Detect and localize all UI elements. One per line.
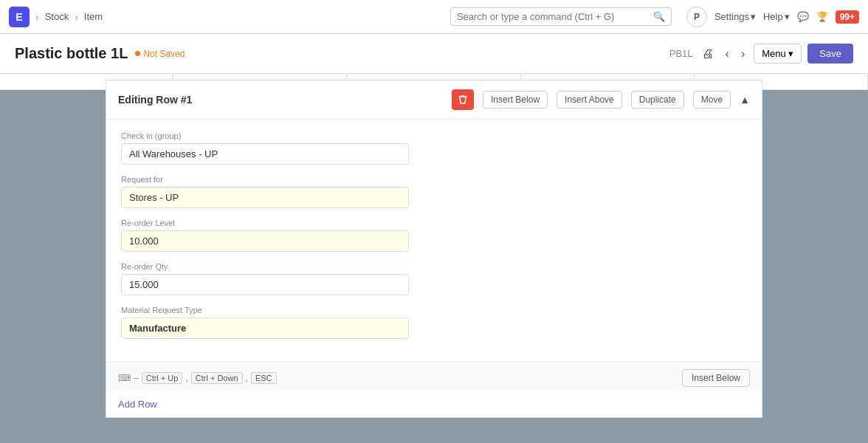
reorder-qty-input[interactable] <box>121 274 409 295</box>
reorder-level-field-group: Re-order Level <box>121 219 747 252</box>
doc-id: PB1L <box>669 48 693 59</box>
menu-button[interactable]: Menu ▾ <box>754 44 802 63</box>
delete-row-button[interactable] <box>452 89 474 110</box>
request-for-input[interactable] <box>121 187 409 208</box>
reorder-qty-field-group: Re-order Qty <box>121 262 747 295</box>
trophy-button[interactable]: 🏆 <box>816 11 828 22</box>
prev-button[interactable]: ‹ <box>723 44 732 63</box>
reorder-level-input[interactable] <box>121 230 409 252</box>
request-for-field-group: Request for <box>121 175 747 208</box>
next-button[interactable]: › <box>738 44 748 63</box>
help-button[interactable]: Help ▾ <box>763 11 790 22</box>
editing-panel: Editing Row #1 Insert Below Insert Above… <box>106 80 762 395</box>
search-icon: 🔍 <box>653 11 665 22</box>
reorder-qty-label: Re-order Qty <box>121 262 747 271</box>
material-type-field-group: Material Request Type <box>121 306 747 339</box>
page-header: Plastic bottle 1L Not Saved PB1L 🖨 ‹ › M… <box>0 34 868 74</box>
breadcrumb-item[interactable]: Item <box>84 11 103 22</box>
search-input[interactable] <box>457 11 653 22</box>
page-title: Plastic bottle 1L <box>15 45 128 62</box>
profile-avatar[interactable]: P <box>686 7 707 27</box>
status-text: Not Saved <box>143 49 185 59</box>
insert-above-button[interactable]: Insert Above <box>557 91 622 109</box>
ctrl-up-shortcut: Ctrl + Up <box>142 372 183 384</box>
editing-footer: ⌨ – Ctrl + Up , Ctrl + Down , ESC Insert… <box>106 361 762 394</box>
collapse-button[interactable]: ▲ <box>740 94 750 106</box>
comma-1: , <box>185 373 187 383</box>
breadcrumb-sep-1: › <box>35 11 39 23</box>
app-icon[interactable]: E <box>9 7 30 27</box>
duplicate-button[interactable]: Duplicate <box>631 91 684 109</box>
content-area: Editing Row #1 Insert Below Insert Above… <box>0 74 868 443</box>
editing-header: Editing Row #1 Insert Below Insert Above… <box>106 80 762 120</box>
not-saved-badge: Not Saved <box>135 49 185 59</box>
form-body: Check in (group) Request for Re-order Le… <box>106 120 762 361</box>
notification-badge[interactable]: 99+ <box>836 10 859 24</box>
settings-button[interactable]: Settings ▾ <box>714 11 756 22</box>
breadcrumb-stock[interactable]: Stock <box>45 11 69 22</box>
chat-button[interactable]: 💬 <box>797 11 809 22</box>
dash-sep: – <box>134 373 139 383</box>
nav-right: P Settings ▾ Help ▾ 💬 🏆 99+ <box>686 7 859 27</box>
check-in-label: Check in (group) <box>121 131 747 140</box>
shortcut-hints: ⌨ – Ctrl + Up , Ctrl + Down , ESC <box>118 372 277 384</box>
check-in-input[interactable] <box>121 143 409 165</box>
header-actions: PB1L 🖨 ‹ › Menu ▾ Save <box>669 44 853 63</box>
search-box[interactable]: 🔍 <box>450 7 672 26</box>
trash-icon <box>458 95 468 105</box>
material-type-input[interactable] <box>121 317 409 339</box>
material-type-label: Material Request Type <box>121 306 747 315</box>
top-nav: E › Stock › Item 🔍 P Settings ▾ Help ▾ 💬… <box>0 0 868 34</box>
insert-below-footer-button[interactable]: Insert Below <box>682 369 750 387</box>
check-in-field-group: Check in (group) <box>121 131 747 165</box>
keyboard-icon: ⌨ <box>118 373 131 383</box>
request-for-label: Request for <box>121 175 747 184</box>
comma-2: , <box>246 373 248 383</box>
editing-row-title: Editing Row #1 <box>118 94 443 106</box>
status-dot <box>135 51 140 56</box>
esc-shortcut: ESC <box>251 372 277 384</box>
reorder-level-label: Re-order Level <box>121 219 747 227</box>
save-button[interactable]: Save <box>807 44 853 63</box>
add-row-bar: Add Row <box>106 391 762 418</box>
breadcrumb-sep-2: › <box>75 11 78 23</box>
ctrl-down-shortcut: Ctrl + Down <box>191 372 243 384</box>
print-button[interactable]: 🖨 <box>699 44 717 63</box>
add-row-button[interactable]: Add Row <box>118 399 157 410</box>
insert-below-header-button[interactable]: Insert Below <box>483 91 548 109</box>
move-button[interactable]: Move <box>693 91 731 109</box>
